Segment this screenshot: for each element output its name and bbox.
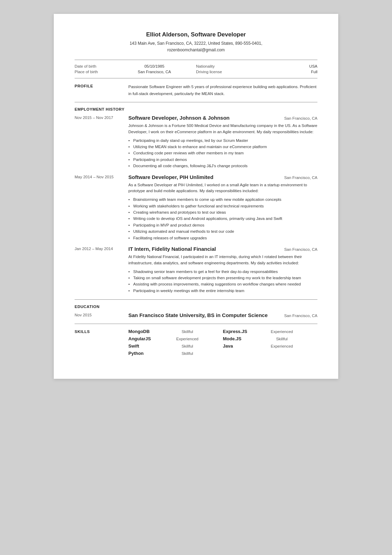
resume-document: Elliot Alderson, Software Developer 143 … — [54, 14, 338, 379]
education-label: EDUCATION — [75, 305, 100, 309]
employment-section: EMPLOYMENT HISTORY Nov 2015 – Nov 2017 S… — [75, 107, 317, 294]
candidate-address: 143 Main Ave, San Francisco, CA, 32222, … — [75, 40, 317, 53]
skill-mongodb: MongoDB Skillful — [128, 329, 223, 334]
driving-label: Driving license — [196, 70, 238, 74]
job-3-bullets: Shadowing senior team members to get a f… — [128, 268, 317, 294]
list-item: Facilitating releases of software upgrad… — [128, 235, 317, 241]
job-1-title: Software Developer, Johnson & Johnson — [128, 115, 281, 121]
list-item: Participating in MVP and product demos — [128, 222, 317, 228]
profile-section: PROFILE Passionate Software Engineer wit… — [75, 83, 317, 97]
personal-info: Date of birth 05/10/1985 Nationality USA… — [75, 64, 317, 74]
edu-1-location: San Francisco, CA — [284, 314, 317, 318]
dob-row: Date of birth 05/10/1985 Nationality USA — [75, 64, 317, 68]
education-divider — [75, 324, 317, 324]
job-1: Nov 2015 – Nov 2017 Software Developer, … — [75, 115, 317, 169]
job-2-bullets: Brainstorming with team members to come … — [128, 196, 317, 241]
skill-expressjs: Express.JS Experienced — [223, 329, 318, 334]
skill-modejs: Mode.JS Skillful — [223, 336, 318, 341]
job-2-date: May 2014 – Nov 2015 — [75, 175, 128, 179]
job-3-date: Jan 2012 – May 2014 — [75, 247, 128, 251]
list-item: Participating in daily stand up meetings… — [128, 137, 317, 144]
employment-divider — [75, 299, 317, 300]
list-item: Taking on small software development pro… — [128, 275, 317, 281]
skills-label: SKILLS — [75, 330, 90, 334]
job-2-desc: As a Software Developer at PIH Unlimited… — [128, 182, 317, 195]
resume-header: Elliot Alderson, Software Developer 143 … — [75, 31, 317, 53]
job-1-date: Nov 2015 – Nov 2017 — [75, 116, 128, 120]
list-item: Writing code to develop iOS and Android … — [128, 215, 317, 222]
edu-1-date: Nov 2015 — [75, 313, 128, 317]
list-item: Brainstorming with team members to come … — [128, 196, 317, 203]
header-divider — [75, 60, 317, 60]
list-item: Working with stakeholders to gather func… — [128, 203, 317, 209]
list-item: Utilizing automated and manual methods t… — [128, 228, 317, 234]
dob-label: Date of birth — [75, 64, 113, 68]
list-item: Participating in weekly meetings with th… — [128, 288, 317, 294]
skills-section: SKILLS MongoDB Skillful AngularJS Experi… — [75, 329, 317, 358]
pob-row: Place of birth San Francisco, CA Driving… — [75, 70, 317, 74]
skill-angularjs: AngularJS Experienced — [128, 336, 223, 341]
edu-1-title: San Francisco State University, BS in Co… — [128, 312, 281, 318]
skills-col-right: Express.JS Experienced Mode.JS Skillful … — [223, 329, 318, 358]
profile-label: PROFILE — [75, 84, 93, 88]
job-3: Jan 2012 – May 2014 IT Intern, Fidelity … — [75, 246, 317, 294]
job-2-title: Software Developer, PIH Unlimited — [128, 174, 281, 180]
list-item: Participating in product demos — [128, 156, 317, 163]
dob-value: 05/10/1985 — [113, 64, 196, 68]
list-item: Documenting all code changes, following … — [128, 163, 317, 169]
job-1-bullets: Participating in daily stand up meetings… — [128, 137, 317, 169]
edu-1: Nov 2015 San Francisco State University,… — [75, 312, 317, 318]
nationality-label: Nationality — [196, 64, 238, 68]
job-1-desc: Johnson & Johnson is a Fortune 500 Medic… — [128, 123, 317, 135]
profile-text: Passionate Software Engineer with 5 year… — [128, 85, 316, 96]
list-item: Creating wireframes and prototypes to te… — [128, 209, 317, 215]
skill-java: Java Experienced — [223, 343, 318, 349]
candidate-name: Elliot Alderson, Software Developer — [75, 31, 317, 38]
job-3-desc: At Fidelity National Financial, I partic… — [128, 254, 317, 266]
job-2: May 2014 – Nov 2015 Software Developer, … — [75, 174, 317, 241]
list-item: Shadowing senior team members to get a f… — [128, 268, 317, 275]
employment-label: EMPLOYMENT HISTORY — [75, 107, 125, 111]
skill-swift: Swift Skillful — [128, 343, 223, 349]
job-1-location: San Francisco, CA — [284, 116, 317, 120]
job-2-location: San Francisco, CA — [284, 176, 317, 180]
pob-label: Place of birth — [75, 70, 113, 74]
list-item: Utilizing the MEAN stack to enhance and … — [128, 144, 317, 150]
nationality-value: USA — [309, 64, 317, 68]
personal-divider — [75, 78, 317, 78]
list-item: Conducting code peer reviews with other … — [128, 150, 317, 156]
list-item: Assisting with process improvements, mak… — [128, 281, 317, 287]
profile-divider — [75, 102, 317, 102]
job-3-title: IT Intern, Fidelity National Financial — [128, 246, 281, 252]
driving-value: Full — [311, 70, 317, 74]
skill-python: Python Skillful — [128, 351, 223, 356]
education-section: EDUCATION Nov 2015 San Francisco State U… — [75, 305, 317, 318]
pob-value: San Francisco, CA — [113, 70, 196, 74]
skills-col-left: MongoDB Skillful AngularJS Experienced S… — [128, 329, 223, 358]
job-3-location: San Francisco, CA — [284, 247, 317, 251]
